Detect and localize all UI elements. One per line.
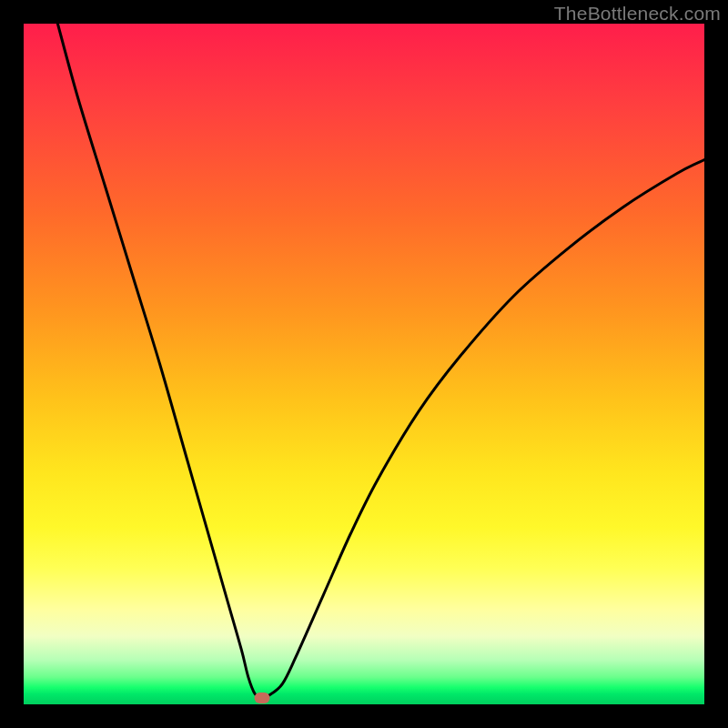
plot-area [24, 24, 704, 704]
bottleneck-curve [24, 24, 704, 704]
optimal-point-marker [254, 693, 269, 703]
watermark-text: TheBottleneck.com [554, 3, 721, 25]
chart-frame: TheBottleneck.com [0, 0, 728, 728]
